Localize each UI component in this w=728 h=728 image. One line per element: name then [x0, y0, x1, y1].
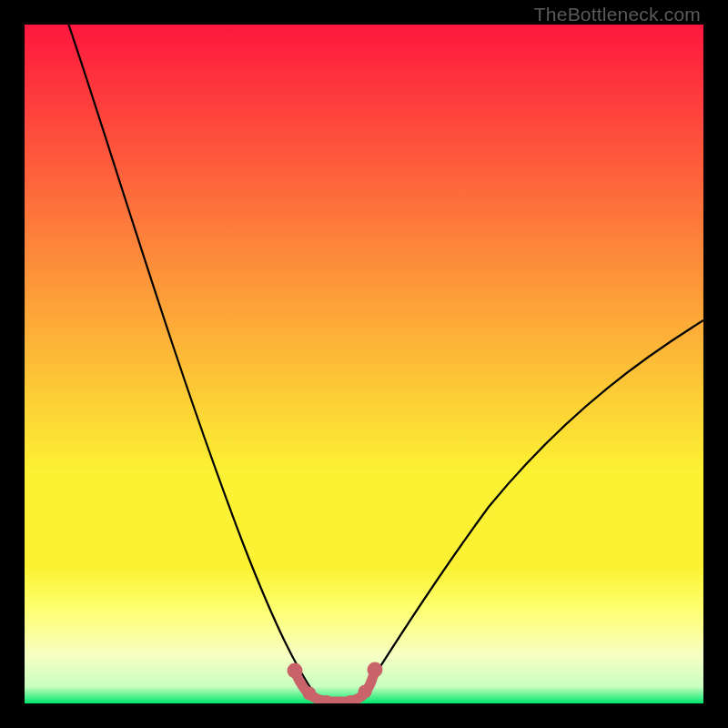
bottleneck-curve-layer	[25, 25, 703, 703]
left-branch-curve	[66, 25, 316, 696]
highlight-dot-left	[288, 663, 303, 679]
highlight-dot-mid4	[359, 685, 372, 699]
highlight-dot-mid1	[303, 687, 317, 701]
right-branch-curve	[361, 320, 703, 696]
chart-frame: TheBottleneck.com	[0, 0, 728, 728]
watermark-text: TheBottleneck.com	[534, 4, 701, 25]
highlight-dot-right	[368, 662, 383, 678]
plot-area	[25, 25, 703, 703]
